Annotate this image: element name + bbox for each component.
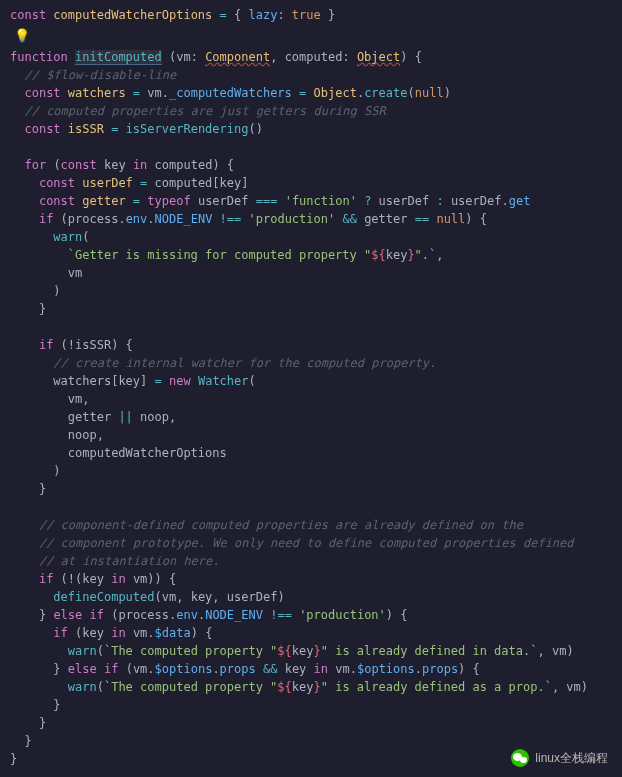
code-line: } else if (process.env.NODE_ENV !== 'pro… bbox=[10, 606, 612, 624]
code-line: vm bbox=[10, 264, 612, 282]
code-line: const computedWatcherOptions = { lazy: t… bbox=[10, 6, 612, 24]
code-line: } bbox=[10, 696, 612, 714]
lightbulb-icon[interactable]: 💡 bbox=[14, 26, 612, 46]
code-line: // at instantiation here. bbox=[10, 552, 612, 570]
code-line: ) bbox=[10, 462, 612, 480]
code-line: function initComputed (vm: Component, co… bbox=[10, 48, 612, 66]
code-line: noop, bbox=[10, 426, 612, 444]
watermark: linux全栈编程 bbox=[511, 749, 608, 767]
code-line: // component prototype. We only need to … bbox=[10, 534, 612, 552]
code-line: const isSSR = isServerRendering() bbox=[10, 120, 612, 138]
code-line bbox=[10, 318, 612, 336]
code-line: if (!(key in vm)) { bbox=[10, 570, 612, 588]
code-line: // computed properties are just getters … bbox=[10, 102, 612, 120]
code-line: for (const key in computed) { bbox=[10, 156, 612, 174]
code-line bbox=[10, 138, 612, 156]
code-line: warn(`The computed property "${key}" is … bbox=[10, 642, 612, 660]
code-line: // create internal watcher for the compu… bbox=[10, 354, 612, 372]
code-editor[interactable]: const computedWatcherOptions = { lazy: t… bbox=[10, 6, 612, 768]
code-line: getter || noop, bbox=[10, 408, 612, 426]
code-line: defineComputed(vm, key, userDef) bbox=[10, 588, 612, 606]
watermark-text: linux全栈编程 bbox=[535, 749, 608, 767]
code-line: warn( bbox=[10, 228, 612, 246]
code-line: watchers[key] = new Watcher( bbox=[10, 372, 612, 390]
code-line: warn(`The computed property "${key}" is … bbox=[10, 678, 612, 696]
code-line: // $flow-disable-line bbox=[10, 66, 612, 84]
code-line: const watchers = vm._computedWatchers = … bbox=[10, 84, 612, 102]
code-line: } bbox=[10, 714, 612, 732]
code-line: computedWatcherOptions bbox=[10, 444, 612, 462]
code-line: const userDef = computed[key] bbox=[10, 174, 612, 192]
code-line: const getter = typeof userDef === 'funct… bbox=[10, 192, 612, 210]
code-line: // component-defined computed properties… bbox=[10, 516, 612, 534]
code-line: } bbox=[10, 480, 612, 498]
code-line: } bbox=[10, 300, 612, 318]
code-line bbox=[10, 498, 612, 516]
code-line: if (key in vm.$data) { bbox=[10, 624, 612, 642]
code-line: } else if (vm.$options.props && key in v… bbox=[10, 660, 612, 678]
code-line: if (!isSSR) { bbox=[10, 336, 612, 354]
code-line: if (process.env.NODE_ENV !== 'production… bbox=[10, 210, 612, 228]
code-line: } bbox=[10, 732, 612, 750]
code-line: `Getter is missing for computed property… bbox=[10, 246, 612, 264]
code-line: ) bbox=[10, 282, 612, 300]
wechat-icon bbox=[511, 749, 529, 767]
code-line: vm, bbox=[10, 390, 612, 408]
